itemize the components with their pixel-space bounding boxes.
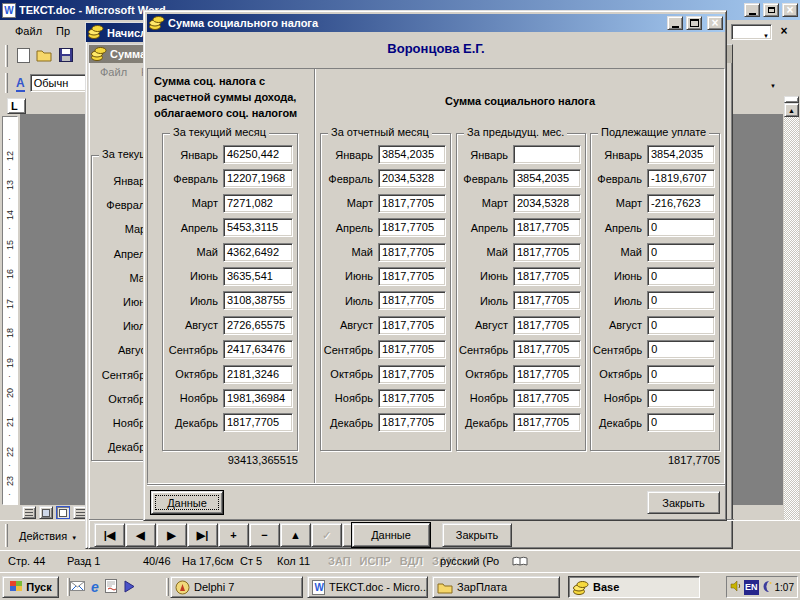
- tab-selector[interactable]: L: [7, 98, 26, 114]
- value-field[interactable]: 3108,38755: [223, 291, 293, 310]
- value-field[interactable]: 2726,65575: [223, 316, 293, 335]
- value-field[interactable]: 2034,5328: [513, 194, 581, 213]
- bg-data-button[interactable]: Данные: [352, 523, 430, 547]
- value-field[interactable]: 1981,36984: [223, 389, 293, 408]
- value-field[interactable]: 0: [647, 413, 715, 432]
- value-field[interactable]: 2034,5328: [378, 169, 446, 188]
- value-field[interactable]: 1817,7705: [378, 389, 446, 408]
- scroll-up-icon[interactable]: [784, 103, 799, 117]
- styles-icon[interactable]: [16, 76, 25, 90]
- new-document-icon[interactable]: [17, 48, 30, 65]
- outlook-express-icon[interactable]: [70, 580, 85, 594]
- value-field[interactable]: 1817,7705: [378, 413, 446, 432]
- word-close-button[interactable]: [782, 3, 798, 17]
- value-field[interactable]: 3854,2035: [378, 145, 446, 164]
- value-field[interactable]: 0: [647, 267, 715, 286]
- value-field[interactable]: 1817,7705: [378, 267, 446, 286]
- nav-last-button[interactable]: ▶|: [187, 523, 218, 547]
- taskbar-task-4[interactable]: Base: [568, 576, 700, 598]
- value-field[interactable]: 0: [647, 340, 715, 359]
- volume-icon[interactable]: [730, 580, 742, 594]
- dialog-maximize-button[interactable]: [686, 16, 702, 30]
- toolbar-grip[interactable]: [5, 45, 8, 67]
- dialog-minimize-button[interactable]: [667, 16, 683, 30]
- value-field[interactable]: 1817,7705: [513, 291, 581, 310]
- split-handle[interactable]: [784, 96, 799, 103]
- toolbar-grip[interactable]: [5, 73, 8, 94]
- save-icon[interactable]: [59, 48, 73, 64]
- value-field[interactable]: 2181,3246: [223, 365, 293, 384]
- value-field[interactable]: [513, 145, 581, 164]
- word-restore-button[interactable]: [763, 3, 779, 17]
- value-field[interactable]: 3635,541: [223, 267, 293, 286]
- nav-edit-button[interactable]: ▲: [280, 523, 311, 547]
- media-player-icon[interactable]: [123, 580, 136, 595]
- word-menu-edit[interactable]: Пр: [49, 23, 77, 39]
- value-field[interactable]: 3854,2035: [513, 169, 581, 188]
- value-field[interactable]: 4362,6492: [223, 243, 293, 262]
- value-field[interactable]: 1817,7705: [223, 413, 293, 432]
- value-field[interactable]: 1817,7705: [378, 243, 446, 262]
- value-field[interactable]: 1817,7705: [513, 267, 581, 286]
- view-layout-button[interactable]: [56, 506, 70, 519]
- value-field[interactable]: 2417,63476: [223, 340, 293, 359]
- value-field[interactable]: 5453,3115: [223, 218, 293, 237]
- value-field[interactable]: 1817,7705: [378, 218, 446, 237]
- taskbar-task-3[interactable]: ЗарПлата: [432, 576, 560, 598]
- nav-delete-button[interactable]: −: [249, 523, 280, 547]
- internet-explorer-icon[interactable]: e: [91, 580, 99, 594]
- scheduler-moon-icon[interactable]: [761, 580, 773, 595]
- nav-next-button[interactable]: ▶: [156, 523, 187, 547]
- taskbar-task-1[interactable]: Delphi 7: [170, 576, 303, 598]
- dialog-close-button[interactable]: [707, 16, 723, 30]
- language-indicator[interactable]: EN: [744, 580, 759, 595]
- chevron-down-icon[interactable]: [763, 28, 769, 40]
- value-field[interactable]: 0: [647, 365, 715, 384]
- value-field[interactable]: 1817,7705: [513, 389, 581, 408]
- dialog-titlebar[interactable]: Сумма социального налога: [147, 14, 725, 32]
- document-pen-icon[interactable]: [105, 579, 117, 595]
- value-field[interactable]: 1817,7705: [513, 243, 581, 262]
- scrollbar-track[interactable]: [784, 117, 799, 536]
- value-field[interactable]: 0: [647, 316, 715, 335]
- help-close-icon[interactable]: [778, 25, 790, 37]
- value-field[interactable]: 1817,7705: [378, 365, 446, 384]
- nav-prior-button[interactable]: ◀: [125, 523, 156, 547]
- value-field[interactable]: -216,7623: [647, 194, 715, 213]
- vertical-scrollbar[interactable]: [784, 96, 799, 550]
- value-field[interactable]: 1817,7705: [378, 316, 446, 335]
- value-field[interactable]: 1817,7705: [378, 291, 446, 310]
- taskbar-task-2[interactable]: WТЕКСТ.doc - Micro...: [307, 576, 428, 598]
- value-field[interactable]: 1817,7705: [378, 194, 446, 213]
- data-button[interactable]: Данные: [151, 491, 223, 514]
- word-menu-file[interactable]: Файл: [8, 23, 49, 39]
- value-field[interactable]: 0: [647, 243, 715, 262]
- value-field[interactable]: 1817,7705: [513, 413, 581, 432]
- value-field[interactable]: 46250,442: [223, 145, 293, 164]
- value-field[interactable]: 7271,082: [223, 194, 293, 213]
- nav-first-button[interactable]: |◀: [94, 523, 125, 547]
- open-folder-icon[interactable]: [36, 49, 53, 64]
- bg-close-button[interactable]: Закрыть: [442, 523, 512, 547]
- value-field[interactable]: 1817,7705: [513, 365, 581, 384]
- value-field[interactable]: 0: [647, 218, 715, 237]
- start-button[interactable]: Пуск: [2, 576, 59, 598]
- value-field[interactable]: 3854,2035: [647, 145, 715, 164]
- toolbar-grip[interactable]: [5, 524, 8, 547]
- value-field[interactable]: 1817,7705: [513, 316, 581, 335]
- value-field[interactable]: 0: [647, 291, 715, 310]
- value-field[interactable]: 1817,7705: [513, 218, 581, 237]
- style-combo[interactable]: Обычн: [30, 74, 92, 92]
- toolbar-options-icon[interactable]: [770, 78, 776, 90]
- value-field[interactable]: 1817,7705: [513, 340, 581, 359]
- view-web-button[interactable]: [39, 506, 53, 519]
- value-field[interactable]: 12207,1968: [223, 169, 293, 188]
- view-normal-button[interactable]: [22, 506, 36, 519]
- word-minimize-button[interactable]: [744, 3, 760, 17]
- value-field[interactable]: 1817,7705: [378, 340, 446, 359]
- close-button[interactable]: Закрыть: [647, 491, 720, 514]
- nav-insert-button[interactable]: +: [218, 523, 249, 547]
- value-field[interactable]: 0: [647, 389, 715, 408]
- value-field[interactable]: -1819,6707: [647, 169, 715, 188]
- drawing-actions-menu[interactable]: Действия: [15, 528, 81, 544]
